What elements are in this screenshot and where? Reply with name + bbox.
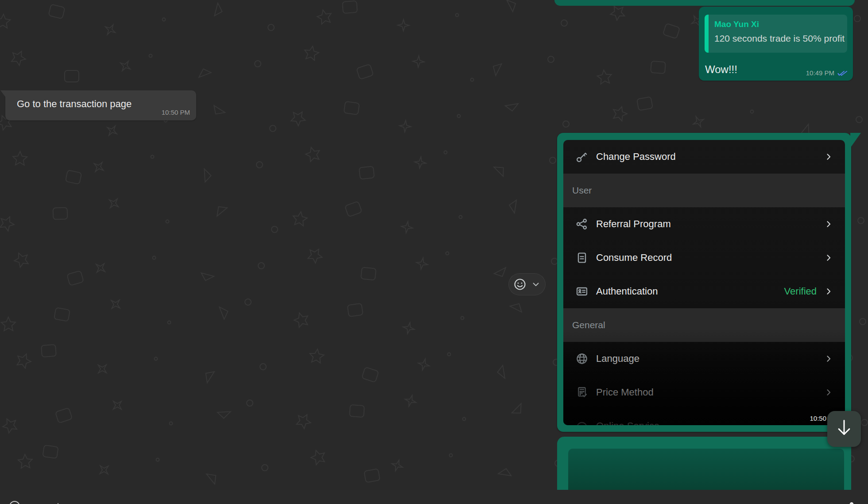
settings-item-label: Consume Record: [596, 252, 824, 264]
screenshot-message[interactable]: Change PasswordUserReferral ProgramConsu…: [557, 133, 851, 432]
settings-item-label: Online Service: [596, 420, 824, 425]
id-card-icon: [575, 284, 589, 299]
settings-item-authentication: AuthenticationVerified: [563, 275, 845, 308]
message-text: Go to the transaction page: [17, 98, 132, 110]
chevron-right-icon: [824, 219, 833, 229]
message-menu-button[interactable]: [531, 279, 541, 290]
chevron-right-icon: [824, 152, 833, 162]
share-icon: [575, 217, 589, 231]
chevron-right-icon: [824, 354, 833, 364]
settings-item-consume-record: Consume Record: [563, 241, 845, 275]
quoted-reply[interactable]: Mao Yun Xi 120 seconds trade is 50% prof…: [705, 15, 847, 53]
message-input-bar: [0, 490, 868, 504]
message-time: 10:49 PM: [806, 69, 834, 77]
chevron-down-icon: [534, 283, 539, 286]
settings-item-label: Price Method: [596, 387, 824, 398]
section-header-label: User: [572, 185, 592, 196]
settings-item-label: Referral Program: [596, 218, 824, 230]
settings-item-label: Change Password: [596, 151, 824, 163]
section-header-label: General: [572, 320, 605, 330]
whatsapp-chat-window: Mao Yun Xi 120 seconds trade is 50% prof…: [0, 0, 868, 504]
settings-item-label: Authentication: [596, 286, 784, 297]
settings-item-label: Language: [596, 353, 824, 364]
settings-item-language: Language: [563, 342, 845, 376]
settings-item-value: Verified: [784, 286, 817, 297]
globe-icon: [575, 352, 589, 366]
document-icon: [575, 251, 589, 265]
attach-plus-icon[interactable]: [52, 501, 64, 504]
calculator-icon: [575, 385, 589, 399]
settings-item-price-method: Price Method: [563, 376, 845, 409]
settings-item-online-service: Online Service: [563, 409, 845, 425]
settings-section-header-user: User: [563, 174, 845, 207]
outgoing-message[interactable]: Mao Yun Xi 120 seconds trade is 50% prof…: [699, 7, 853, 81]
quote-accent-bar: [705, 15, 709, 53]
read-receipt-icon: [836, 70, 848, 76]
microphone-icon[interactable]: [846, 502, 857, 504]
chevron-right-icon: [824, 388, 833, 397]
settings-item-change-password: Change Password: [563, 140, 845, 174]
image-message-time: 10:50: [810, 415, 826, 422]
headset-icon: [575, 419, 589, 425]
message-hover-actions: [508, 273, 546, 295]
settings-item-referral-program: Referral Program: [563, 207, 845, 241]
message-text: Wow!!!: [705, 63, 737, 76]
emoji-picker-icon[interactable]: [8, 500, 21, 504]
key-icon: [575, 150, 589, 164]
chevron-right-icon: [824, 253, 833, 263]
quote-author: Mao Yun Xi: [714, 19, 843, 29]
settings-section-header-general: General: [563, 308, 845, 342]
message-time: 10:50 PM: [162, 109, 190, 116]
incoming-message[interactable]: Go to the transaction page 10:50 PM: [5, 90, 196, 120]
quote-text: 120 seconds trade is 50% profit: [714, 33, 843, 44]
down-arrow-icon: [836, 418, 852, 440]
scroll-to-bottom-button[interactable]: [827, 411, 861, 447]
previous-message-bubble-edge[interactable]: [554, 0, 855, 6]
chevron-right-icon: [824, 287, 833, 296]
emoji-react-button[interactable]: [513, 277, 527, 291]
settings-screenshot: Change PasswordUserReferral ProgramConsu…: [563, 140, 845, 425]
